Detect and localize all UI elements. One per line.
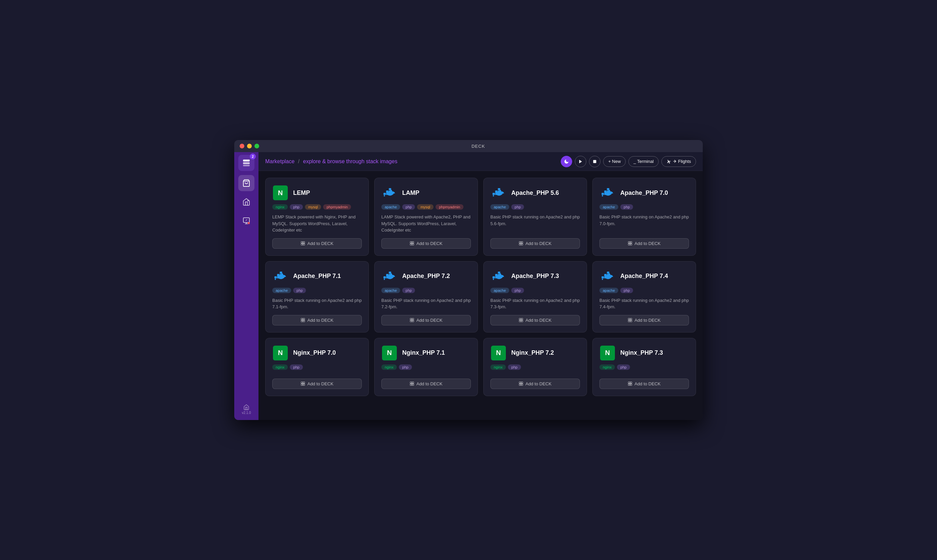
svg-rect-79 [602, 276, 604, 278]
cards-container[interactable]: N LEMP nginxphpmysqlphpmyadmin LEMP Stac… [258, 171, 703, 420]
cards-grid: N LEMP nginxphpmysqlphpmyadmin LEMP Stac… [265, 178, 696, 396]
svg-rect-23 [412, 244, 414, 245]
card-nginx-php-73: N Nginx_PHP 7.3 nginxphp Add to DECK [592, 338, 696, 396]
svg-rect-22 [410, 244, 412, 245]
sidebar-item-marketplace[interactable] [238, 175, 254, 191]
tag-apache: apache [490, 288, 509, 293]
svg-rect-98 [519, 382, 521, 384]
card-title: Nginx_PHP 7.1 [402, 349, 445, 356]
svg-rect-87 [630, 318, 632, 320]
deck-icon [628, 241, 632, 246]
svg-rect-96 [410, 384, 412, 386]
card-icon [490, 268, 506, 285]
card-icon: N [490, 345, 506, 361]
add-to-deck-button[interactable]: Add to DECK [382, 315, 471, 325]
add-to-deck-button[interactable]: Add to DECK [490, 315, 580, 325]
add-to-deck-button[interactable]: Add to DECK [599, 315, 689, 325]
svg-rect-54 [303, 318, 305, 320]
card-title: LAMP [402, 189, 419, 197]
add-to-deck-button[interactable]: Add to DECK [599, 238, 689, 249]
tag-apache: apache [382, 204, 400, 210]
svg-rect-89 [630, 320, 632, 322]
card-nginx-php-70: N Nginx_PHP 7.0 nginxphp Add to DECK [265, 338, 369, 396]
card-header: Apache_PHP 7.0 [599, 185, 689, 201]
tag-php: php [402, 204, 415, 210]
svg-rect-91 [303, 382, 305, 384]
svg-rect-46 [274, 276, 277, 278]
card-icon [490, 185, 506, 201]
tag-php: php [620, 288, 633, 293]
card-lemp: N LEMP nginxphpmysqlphpmyadmin LEMP Stac… [265, 178, 369, 256]
card-icon [599, 185, 615, 201]
deck-icon [409, 241, 414, 246]
svg-rect-94 [410, 382, 412, 384]
svg-point-52 [275, 278, 276, 280]
breadcrumb-main: Marketplace [265, 158, 294, 164]
dark-mode-toggle[interactable] [561, 156, 572, 167]
card-title: Nginx_PHP 7.2 [511, 349, 554, 356]
flights-button[interactable]: ✈ Flights [662, 156, 696, 167]
add-to-deck-button[interactable]: Add to DECK [272, 378, 362, 389]
svg-rect-44 [628, 244, 630, 245]
deck-icon [300, 318, 305, 322]
card-icon: N [272, 185, 288, 201]
deck-icon [519, 381, 523, 386]
minimize-button[interactable] [247, 144, 252, 148]
svg-rect-31 [519, 242, 521, 243]
add-to-deck-button[interactable]: Add to DECK [272, 315, 362, 325]
sidebar-item-home[interactable] [238, 194, 254, 210]
tag-nginx: nginx [272, 365, 288, 370]
breadcrumb-sub: explore & browse through stack images [303, 158, 397, 164]
svg-point-41 [602, 195, 603, 197]
deck-icon [628, 318, 632, 322]
svg-rect-95 [412, 382, 414, 384]
card-apache-php-74: Apache_PHP 7.4 apachephp Basic PHP stack… [592, 261, 696, 332]
svg-rect-75 [519, 318, 521, 320]
card-tags: apachephpmysqlphpmyadmin [382, 204, 471, 210]
sidebar-item-debug[interactable] [238, 213, 254, 229]
stop-button[interactable] [589, 156, 600, 167]
card-header: N Nginx_PHP 7.0 [272, 345, 362, 361]
add-to-deck-button[interactable]: Add to DECK [490, 378, 580, 389]
sidebar-logo[interactable]: 2 [238, 155, 254, 171]
svg-rect-42 [628, 242, 630, 243]
tag-php: php [402, 288, 415, 293]
card-nginx-php-72: N Nginx_PHP 7.2 nginxphp Add to DECK [483, 338, 587, 396]
new-button[interactable]: + New [603, 156, 626, 167]
terminal-button[interactable]: _ Terminal [628, 156, 659, 167]
tag-nginx: nginx [382, 365, 397, 370]
tag-phpmyadmin: phpmyadmin [435, 204, 463, 210]
close-button[interactable] [240, 144, 245, 148]
card-title: Apache_PHP 7.2 [402, 272, 450, 280]
svg-rect-102 [628, 382, 630, 384]
add-to-deck-button[interactable]: Add to DECK [382, 238, 471, 249]
card-header: Apache_PHP 7.1 [272, 268, 362, 285]
card-apache-php-56: Apache_PHP 5.6 apachephp Basic PHP stack… [483, 178, 587, 256]
add-to-deck-button[interactable]: Add to DECK [490, 238, 580, 249]
svg-rect-88 [628, 320, 630, 322]
svg-rect-11 [301, 244, 303, 245]
deck-icon [300, 381, 305, 386]
maximize-button[interactable] [254, 144, 259, 148]
card-icon: N [382, 345, 397, 361]
svg-rect-105 [630, 384, 632, 386]
card-description: LEMP Stack powered with Nginx, PHP and M… [272, 214, 362, 234]
svg-rect-78 [522, 320, 523, 322]
svg-rect-0 [243, 160, 250, 162]
svg-rect-45 [630, 244, 632, 245]
add-to-deck-button[interactable]: Add to DECK [382, 378, 471, 389]
svg-rect-55 [301, 320, 303, 322]
card-icon: N [272, 345, 288, 361]
add-to-deck-button[interactable]: Add to DECK [272, 238, 362, 249]
play-button[interactable] [575, 156, 586, 167]
card-description: LAMP Stack powered with Apache2, PHP and… [382, 214, 471, 234]
svg-rect-99 [522, 382, 523, 384]
card-header: Apache_PHP 7.4 [599, 268, 689, 285]
card-description: Basic PHP stack running on Apache2 and p… [599, 214, 689, 234]
titlebar: DECK [234, 140, 703, 152]
card-tags: apachephp [490, 288, 580, 293]
tag-php: php [620, 204, 633, 210]
add-to-deck-button[interactable]: Add to DECK [599, 378, 689, 389]
deck-icon [519, 241, 523, 246]
card-title: Apache_PHP 7.1 [293, 272, 341, 280]
